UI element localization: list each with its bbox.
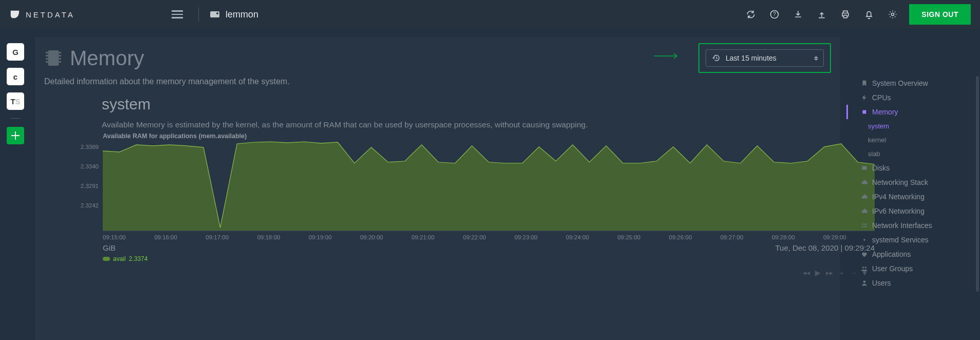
content: Memory Last 15 minutes Detailed informat…: [31, 29, 846, 340]
svg-rect-7: [46, 61, 48, 63]
x-tick: 09:20:00: [360, 234, 412, 240]
svg-rect-8: [59, 52, 62, 53]
help-icon[interactable]: ?: [769, 9, 780, 20]
download-icon[interactable]: [793, 9, 803, 20]
print-icon[interactable]: [840, 9, 850, 20]
legend-name: avail: [113, 255, 126, 262]
page-subtitle: Detailed information about the memory ma…: [35, 73, 840, 96]
plot-area[interactable]: [103, 140, 875, 231]
svg-point-17: [863, 280, 866, 283]
chart-legend[interactable]: avail 2.3374: [103, 255, 875, 262]
nav-item[interactable]: CPUs: [846, 90, 980, 105]
refresh-icon[interactable]: [746, 9, 756, 20]
page-title: Memory: [70, 47, 144, 70]
nav-item[interactable]: Networking Stack: [846, 175, 980, 190]
side-nav: System OverviewCPUsMemorysystemkernelsla…: [846, 29, 980, 340]
host-selector[interactable]: lemmon: [210, 9, 258, 20]
hamburger-menu[interactable]: [168, 6, 187, 23]
y-tick: 2.3242: [78, 202, 99, 209]
nav-item-label: System Overview: [872, 79, 928, 87]
x-tick: 09:18:00: [257, 234, 308, 240]
nav-item[interactable]: IPv4 Networking: [846, 190, 980, 204]
gear-icon[interactable]: [887, 9, 898, 20]
chart-unit: GiB: [103, 243, 116, 252]
nav-subitem[interactable]: kernel: [846, 133, 980, 147]
x-tick: 09:21:00: [412, 234, 463, 240]
nav-item[interactable]: User Groups: [846, 261, 980, 276]
gears-icon: [861, 236, 868, 243]
zoom-in-icon[interactable]: ＋: [838, 269, 845, 278]
nav-item-label: User Groups: [872, 265, 913, 273]
disk-icon: [861, 164, 868, 172]
nav-item[interactable]: Users: [846, 276, 980, 290]
svg-rect-9: [59, 55, 62, 56]
x-tick: 09:19:00: [309, 234, 360, 240]
play-icon[interactable]: ▶: [815, 269, 821, 278]
user-icon: [861, 279, 868, 287]
nav-item-label: Memory: [872, 108, 898, 116]
time-range-picker[interactable]: Last 15 minutes: [706, 49, 824, 67]
x-tick: 09:27:00: [720, 234, 772, 240]
x-axis: 09:15:0009:16:0009:17:0009:18:0009:19:00…: [103, 231, 875, 240]
divider: [198, 7, 199, 22]
nav-item-label: systemd Services: [872, 236, 929, 244]
nav-item[interactable]: Network Interfaces: [846, 218, 980, 233]
nav-subitem[interactable]: slab: [846, 147, 980, 161]
nav-item-label: Networking Stack: [872, 178, 928, 186]
legend-swatch: [103, 257, 110, 261]
x-tick: 09:22:00: [463, 234, 514, 240]
x-tick: 09:16:00: [154, 234, 206, 240]
nav-item-label: IPv4 Networking: [872, 193, 924, 201]
svg-point-15: [862, 267, 864, 269]
nav-item[interactable]: Memory: [846, 105, 980, 119]
rail-tile-c[interactable]: c: [7, 68, 24, 85]
rail-tile-ts[interactable]: TS: [7, 92, 24, 110]
x-tick: 09:15:00: [103, 234, 154, 240]
chart: Available RAM for applications (mem.avai…: [78, 133, 875, 262]
signout-button[interactable]: SIGN OUT: [909, 4, 971, 25]
hostname: lemmon: [226, 9, 258, 20]
cloud-icon: [861, 179, 868, 186]
svg-rect-13: [863, 110, 866, 114]
nav-item-label: Applications: [872, 250, 911, 258]
net-icon: [861, 222, 868, 229]
nav-item-label: Users: [872, 279, 891, 287]
nav-scrollbar[interactable]: [976, 76, 979, 292]
skip-back-icon[interactable]: ◂◂: [803, 269, 810, 278]
nav-item[interactable]: Disks: [846, 161, 980, 175]
history-icon: [712, 54, 720, 62]
cloud-icon: [861, 193, 868, 200]
topbar: NETDATA lemmon ? SIGN OUT: [0, 0, 980, 29]
nav-item-label: Disks: [872, 164, 890, 172]
legend-value: 2.3374: [129, 255, 148, 262]
y-tick: 2.3340: [78, 163, 99, 169]
svg-rect-4: [46, 52, 48, 53]
svg-point-16: [865, 267, 867, 269]
nav-subitem[interactable]: system: [846, 119, 980, 133]
upload-icon[interactable]: [817, 9, 827, 20]
updown-icon: [814, 56, 818, 61]
time-picker-highlight: Last 15 minutes: [698, 43, 831, 73]
add-node-button[interactable]: [7, 127, 24, 144]
arrow-right-icon: [654, 52, 679, 61]
rail-tile-g[interactable]: G: [7, 43, 24, 61]
x-tick: 09:17:00: [206, 234, 257, 240]
nav-item-label: Network Interfaces: [872, 221, 932, 230]
netdata-logo-icon: [9, 9, 21, 20]
nav-item[interactable]: systemd Services: [846, 233, 980, 247]
svg-text:?: ?: [773, 11, 776, 17]
x-tick: 09:26:00: [669, 234, 720, 240]
bell-icon[interactable]: [864, 9, 874, 20]
rail-separator: [11, 118, 20, 119]
nav-item[interactable]: Applications: [846, 247, 980, 261]
svg-rect-5: [46, 55, 48, 56]
nav-item[interactable]: IPv6 Networking: [846, 204, 980, 218]
chip-icon: [861, 108, 868, 116]
left-rail: G c TS: [0, 29, 31, 340]
x-tick: 09:25:00: [617, 234, 669, 240]
skip-fwd-icon[interactable]: ▸▸: [826, 269, 833, 278]
x-tick: 09:24:00: [566, 234, 617, 240]
nav-item[interactable]: System Overview: [846, 76, 980, 90]
svg-rect-3: [48, 50, 59, 66]
memory-chip-icon: [44, 47, 63, 69]
